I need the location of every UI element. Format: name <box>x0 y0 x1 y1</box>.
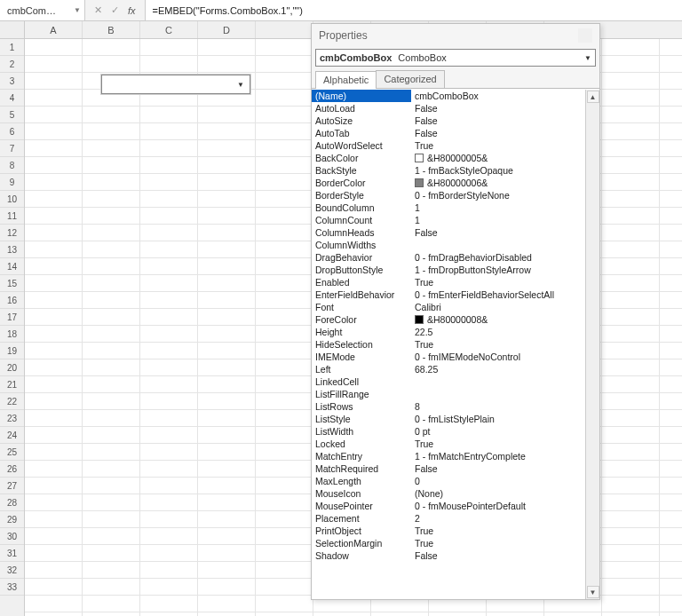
property-row[interactable]: ListStyle0 - fmListStylePlain <box>312 413 585 425</box>
property-value[interactable]: 0 pt <box>411 425 585 438</box>
property-value[interactable]: (None) <box>411 487 585 500</box>
property-row[interactable]: Placement2 <box>312 512 585 525</box>
scroll-down-icon[interactable]: ▼ <box>587 586 599 598</box>
property-value[interactable]: 1 - fmBackStyleOpaque <box>411 164 585 177</box>
row-header[interactable]: 9 <box>0 174 24 191</box>
fx-icon[interactable]: fx <box>128 5 136 16</box>
property-row[interactable]: MatchRequiredFalse <box>312 462 585 475</box>
property-value[interactable]: 0 - fmListStylePlain <box>411 413 585 425</box>
property-value[interactable]: cmbComboBox <box>411 90 585 102</box>
property-row[interactable]: MousePointer0 - fmMousePointerDefault <box>312 500 585 512</box>
property-row[interactable]: ShadowFalse <box>312 549 585 562</box>
row-header[interactable]: 20 <box>0 359 24 376</box>
property-row[interactable]: Left68.25 <box>312 363 585 375</box>
property-value[interactable]: False <box>411 226 585 239</box>
scrollbar[interactable]: ▲ ▼ <box>585 90 599 599</box>
row-header[interactable]: 7 <box>0 140 24 157</box>
row-header[interactable]: 16 <box>0 292 24 309</box>
property-value[interactable]: True <box>411 525 585 537</box>
property-row[interactable]: HideSelectionTrue <box>312 338 585 351</box>
row-header[interactable]: 23 <box>0 410 24 427</box>
property-value[interactable] <box>411 388 585 400</box>
property-value[interactable]: 8 <box>411 400 585 413</box>
properties-list[interactable]: (Name)cmbComboBoxAutoLoadFalseAutoSizeFa… <box>312 90 585 599</box>
property-value[interactable]: 0 - fmMousePointerDefault <box>411 500 585 512</box>
property-row[interactable]: AutoLoadFalse <box>312 102 585 115</box>
property-row[interactable]: LinkedCell <box>312 375 585 388</box>
property-value[interactable]: 0 - fmIMEModeNoControl <box>411 351 585 363</box>
property-row[interactable]: LockedTrue <box>312 438 585 450</box>
name-box[interactable]: cmbCom… ▼ <box>0 0 85 20</box>
row-header[interactable]: 3 <box>0 73 24 90</box>
property-row[interactable]: (Name)cmbComboBox <box>312 90 585 102</box>
row-header[interactable]: 17 <box>0 309 24 326</box>
property-row[interactable]: ForeColor&H80000008& <box>312 313 585 326</box>
row-header[interactable]: 33 <box>0 579 24 596</box>
row-header[interactable]: 5 <box>0 107 24 123</box>
property-value[interactable]: 2 <box>411 512 585 525</box>
chevron-down-icon[interactable]: ▼ <box>584 54 591 62</box>
scroll-up-icon[interactable]: ▲ <box>587 91 599 103</box>
property-row[interactable]: BackStyle1 - fmBackStyleOpaque <box>312 164 585 177</box>
property-row[interactable]: ColumnCount1 <box>312 214 585 226</box>
row-header[interactable]: 2 <box>0 56 24 73</box>
property-value[interactable]: False <box>411 115 585 127</box>
property-value[interactable]: 68.25 <box>411 363 585 375</box>
row-header[interactable]: 19 <box>0 343 24 359</box>
property-row[interactable]: Height22.5 <box>312 326 585 338</box>
row-header[interactable]: 15 <box>0 275 24 292</box>
column-header[interactable]: B <box>83 21 140 38</box>
property-value[interactable]: 1 - fmDropButtonStyleArrow <box>411 264 585 276</box>
row-header[interactable]: 12 <box>0 225 24 241</box>
property-row[interactable]: ColumnWidths <box>312 239 585 251</box>
property-value[interactable]: False <box>411 102 585 115</box>
row-header[interactable]: 22 <box>0 393 24 410</box>
object-selector[interactable]: cmbComboBox ComboBox ▼ <box>315 49 596 67</box>
property-value[interactable]: 0 - fmEnterFieldBehaviorSelectAll <box>411 288 585 301</box>
property-row[interactable]: ListRows8 <box>312 400 585 413</box>
column-header[interactable]: C <box>140 21 198 38</box>
column-header[interactable]: D <box>198 21 256 38</box>
row-header[interactable]: 8 <box>0 157 24 174</box>
property-value[interactable]: True <box>411 537 585 549</box>
property-row[interactable]: MaxLength0 <box>312 475 585 487</box>
property-value[interactable]: &H80000006& <box>411 177 585 189</box>
row-header[interactable]: 11 <box>0 208 24 225</box>
property-value[interactable]: False <box>411 549 585 562</box>
row-header[interactable]: 14 <box>0 258 24 275</box>
row-header[interactable]: 25 <box>0 444 24 461</box>
tab-alphabetic[interactable]: Alphabetic <box>315 71 377 89</box>
row-header[interactable]: 1 <box>0 39 24 56</box>
row-header[interactable]: 6 <box>0 123 24 140</box>
property-row[interactable]: BoundColumn1 <box>312 201 585 214</box>
property-value[interactable]: False <box>411 462 585 475</box>
property-row[interactable]: BorderColor&H80000006& <box>312 177 585 189</box>
chevron-down-icon[interactable]: ▼ <box>234 77 248 92</box>
property-value[interactable]: &H80000008& <box>411 313 585 326</box>
property-row[interactable]: DropButtonStyle1 - fmDropButtonStyleArro… <box>312 264 585 276</box>
row-header[interactable]: 26 <box>0 461 24 478</box>
property-row[interactable]: ListFillRange <box>312 388 585 400</box>
row-header[interactable]: 4 <box>0 90 24 107</box>
property-value[interactable] <box>411 239 585 251</box>
property-value[interactable]: 22.5 <box>411 326 585 338</box>
property-value[interactable]: True <box>411 276 585 288</box>
property-value[interactable]: &H80000005& <box>411 152 585 164</box>
property-row[interactable]: AutoSizeFalse <box>312 115 585 127</box>
property-value[interactable]: True <box>411 438 585 450</box>
row-header[interactable]: 28 <box>0 494 24 511</box>
row-header[interactable]: 32 <box>0 562 24 579</box>
combobox-control[interactable]: ▼ <box>101 75 250 94</box>
column-header[interactable] <box>256 21 313 38</box>
tab-categorized[interactable]: Categorized <box>376 70 444 88</box>
property-row[interactable]: PrintObjectTrue <box>312 525 585 537</box>
property-row[interactable]: SelectionMarginTrue <box>312 537 585 549</box>
enter-icon[interactable]: ✓ <box>111 4 119 16</box>
property-value[interactable]: 1 - fmMatchEntryComplete <box>411 450 585 462</box>
chevron-down-icon[interactable]: ▼ <box>74 6 81 14</box>
property-value[interactable]: 1 <box>411 214 585 226</box>
close-icon[interactable] <box>578 28 592 43</box>
row-header[interactable]: 21 <box>0 376 24 393</box>
row-header[interactable]: 29 <box>0 511 24 528</box>
property-value[interactable]: False <box>411 127 585 139</box>
